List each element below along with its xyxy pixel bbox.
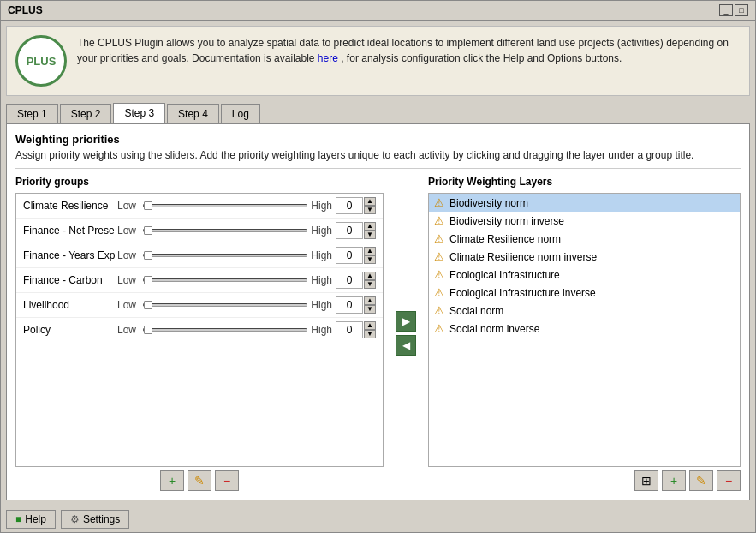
main-window: CPLUS _ □ PLUS The CPLUS Plugin allows y…	[0, 0, 756, 533]
edit-group-button[interactable]: ✎	[188, 470, 211, 491]
slider-finance-years[interactable]	[143, 254, 307, 257]
settings-label: Settings	[83, 513, 120, 525]
layer-name-6: Social norm	[449, 305, 503, 317]
slider-policy[interactable]	[143, 328, 307, 332]
layer-name-0: Biodiversity norm	[449, 197, 528, 209]
slider-thumb-finance-net[interactable]	[144, 226, 152, 235]
window-title: CPLUS	[8, 4, 43, 16]
spinbox-down-finance-carbon[interactable]: ▼	[364, 280, 376, 289]
slider-thumb-finance-years[interactable]	[144, 251, 152, 260]
slider-finance-carbon[interactable]	[143, 278, 307, 282]
add-group-button[interactable]: +	[160, 470, 184, 491]
arrow-left-button[interactable]: ◀	[396, 335, 416, 356]
section-title: Weighting priorities	[15, 133, 741, 146]
add-layer-button[interactable]: +	[662, 470, 686, 491]
low-label-finance-years: Low	[117, 249, 136, 261]
spinbox-input-livelihood[interactable]	[336, 296, 363, 314]
arrow-right-button[interactable]: ▶	[396, 311, 416, 332]
priority-label-policy: Policy	[23, 324, 117, 336]
spinbox-down-livelihood[interactable]: ▼	[364, 305, 376, 314]
spinbox-up-finance-net[interactable]: ▲	[364, 222, 376, 231]
spinbox-input-finance-carbon[interactable]	[336, 272, 363, 289]
settings-icon: ⚙	[70, 513, 80, 525]
layer-name-2: Climate Resilience norm	[449, 233, 561, 245]
layer-name-4: Ecological Infrastructure	[449, 269, 560, 281]
spinbox-down-finance-years[interactable]: ▼	[364, 255, 376, 264]
low-label-finance-carbon: Low	[117, 274, 136, 286]
spinbox-climate: ▲ ▼	[336, 197, 376, 214]
warn-icon-3: ⚠	[434, 250, 444, 263]
tab-step4[interactable]: Step 4	[167, 104, 219, 123]
left-bottom-buttons: + ✎ −	[15, 470, 384, 491]
spinbox-input-finance-years[interactable]	[336, 247, 363, 264]
slider-thumb-livelihood[interactable]	[144, 301, 152, 309]
settings-button[interactable]: ⚙ Settings	[61, 510, 129, 529]
layer-row-climate-resilience-norm[interactable]: ⚠ Climate Resilience norm	[429, 230, 740, 248]
spinbox-finance-net: ▲ ▼	[336, 222, 376, 239]
remove-layer-button[interactable]: −	[717, 470, 741, 491]
layer-name-5: Ecological Infrastructure inverse	[449, 287, 596, 299]
spinbox-input-finance-net[interactable]	[336, 222, 363, 239]
tab-step1[interactable]: Step 1	[6, 104, 58, 123]
spinbox-down-finance-net[interactable]: ▼	[364, 231, 376, 239]
low-label-finance-net: Low	[117, 225, 136, 237]
logo-text: PLUS	[27, 55, 57, 68]
slider-climate[interactable]	[143, 204, 307, 207]
tab-step3[interactable]: Step 3	[113, 103, 165, 123]
slider-finance-net[interactable]	[143, 229, 307, 232]
here-link[interactable]: here	[318, 52, 338, 64]
priority-row-policy: Policy Low High ▲ ▼	[16, 318, 383, 342]
spinbox-up-climate[interactable]: ▲	[364, 197, 376, 206]
spinbox-down-climate[interactable]: ▼	[364, 206, 376, 214]
spinbox-up-policy[interactable]: ▲	[364, 321, 376, 330]
layer-row-ecological-infrastructure[interactable]: ⚠ Ecological Infrastructure	[429, 266, 740, 284]
spinbox-btns-livelihood: ▲ ▼	[364, 296, 376, 314]
spinbox-btns-finance-years: ▲ ▼	[364, 247, 376, 264]
priority-groups-title: Priority groups	[15, 176, 384, 188]
spinbox-livelihood: ▲ ▼	[336, 296, 376, 314]
spinbox-up-finance-carbon[interactable]: ▲	[364, 272, 376, 280]
slider-livelihood[interactable]	[143, 303, 307, 307]
edit-layer-button[interactable]: ✎	[689, 470, 713, 491]
maximize-button[interactable]: □	[735, 4, 748, 16]
low-label-policy: Low	[117, 324, 136, 336]
main-content: Weighting priorities Assign priority wei…	[6, 123, 750, 500]
warn-icon-4: ⚠	[434, 268, 444, 281]
spinbox-up-livelihood[interactable]: ▲	[364, 296, 376, 305]
spinbox-down-policy[interactable]: ▼	[364, 330, 376, 338]
spinbox-input-policy[interactable]	[336, 321, 363, 338]
spinbox-up-finance-years[interactable]: ▲	[364, 247, 376, 255]
layer-row-biodiversity-norm[interactable]: ⚠ Biodiversity norm	[429, 194, 740, 212]
remove-group-button[interactable]: −	[215, 470, 239, 491]
footer: ■ Help ⚙ Settings	[1, 506, 755, 532]
high-label-finance-years: High	[311, 249, 332, 261]
section-description: Assign priority weights using the slider…	[15, 149, 741, 169]
layer-name-1: Biodiversity norm inverse	[449, 215, 564, 227]
layer-row-ecological-infrastructure-inverse[interactable]: ⚠ Ecological Infrastructure inverse	[429, 284, 740, 302]
layer-row-social-norm-inverse[interactable]: ⚠ Social norm inverse	[429, 320, 740, 338]
warn-icon-1: ⚠	[434, 214, 444, 227]
priority-row-finance-years: Finance - Years Exp Low High ▲ ▼	[16, 243, 383, 268]
priority-label-livelihood: Livelihood	[23, 299, 117, 311]
slider-thumb-climate[interactable]	[144, 201, 152, 210]
minimize-button[interactable]: _	[719, 4, 733, 16]
priority-row-finance-net: Finance - Net Prese Low High ▲ ▼	[16, 219, 383, 243]
priority-label-climate: Climate Resilience	[23, 200, 117, 212]
tab-step2[interactable]: Step 2	[60, 104, 112, 123]
slider-thumb-policy[interactable]	[144, 326, 152, 334]
title-bar: CPLUS _ □	[1, 1, 755, 21]
help-button[interactable]: ■ Help	[6, 510, 56, 529]
right-panel: Priority Weighting Layers ⚠ Biodiversity…	[428, 176, 741, 491]
copy-layer-button[interactable]: ⊞	[634, 470, 658, 491]
layers-list[interactable]: ⚠ Biodiversity norm ⚠ Biodiversity norm …	[428, 193, 741, 467]
layer-row-biodiversity-norm-inverse[interactable]: ⚠ Biodiversity norm inverse	[429, 212, 740, 230]
slider-thumb-finance-carbon[interactable]	[144, 276, 152, 284]
layer-row-social-norm[interactable]: ⚠ Social norm	[429, 302, 740, 320]
spinbox-input-climate[interactable]	[336, 197, 363, 214]
info-text: The CPLUS Plugin allows you to analyze s…	[77, 35, 741, 66]
info-bar: PLUS The CPLUS Plugin allows you to anal…	[6, 26, 750, 96]
title-bar-right: _ □	[719, 4, 748, 16]
tab-log[interactable]: Log	[221, 104, 260, 123]
two-panel: Priority groups Climate Resilience Low H…	[15, 176, 741, 491]
layer-row-climate-resilience-norm-inverse[interactable]: ⚠ Climate Resilience norm inverse	[429, 248, 740, 266]
